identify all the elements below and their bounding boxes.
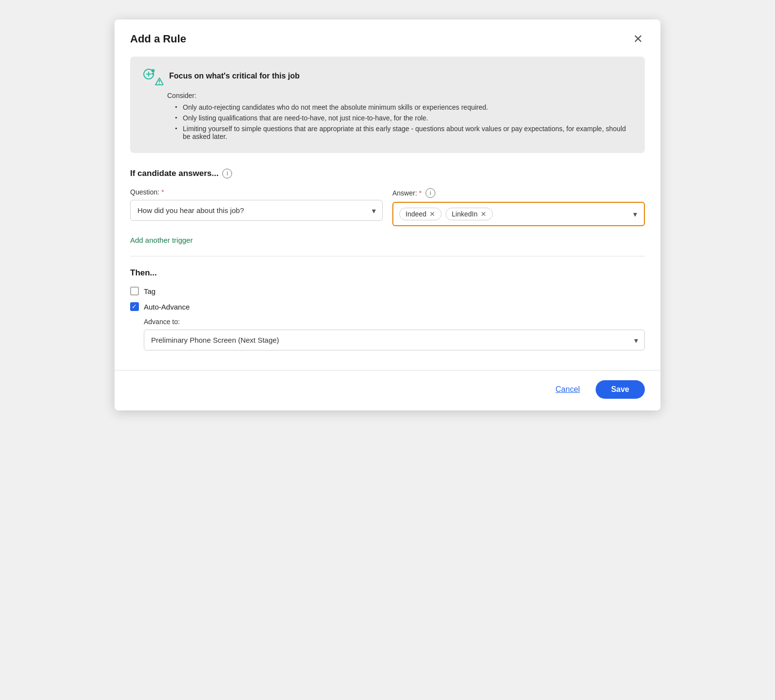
question-group: Question: * How did you hear about this … <box>130 188 383 226</box>
tag-label: Tag <box>144 287 155 295</box>
info-bullet-2: Only listing qualifications that are nee… <box>175 114 633 122</box>
advance-to-inner-wrapper: Preliminary Phone Screen (Next Stage) ▾ <box>144 330 645 350</box>
dialog-title: Add a Rule <box>130 33 186 45</box>
info-box-header: Focus on what's critical for this job <box>142 66 633 86</box>
dialog-footer: Cancel Save <box>115 370 660 410</box>
question-select[interactable]: How did you hear about this job? <box>130 200 383 221</box>
cancel-button[interactable]: Cancel <box>548 381 588 398</box>
tag-remove-indeed[interactable]: ✕ <box>429 211 435 217</box>
info-box-list: Only auto-rejecting candidates who do no… <box>175 103 633 140</box>
svg-rect-6 <box>152 69 155 72</box>
question-answer-row: Question: * How did you hear about this … <box>130 188 645 226</box>
answer-box[interactable]: Indeed ✕ LinkedIn ✕ ▾ <box>392 202 645 226</box>
auto-advance-checkbox-row: Auto-Advance <box>130 302 645 311</box>
advance-to-label: Advance to: <box>144 318 645 326</box>
dialog-header: Add a Rule ✕ <box>115 19 660 57</box>
answer-required-star: * <box>419 189 422 197</box>
answer-info-icon[interactable]: i <box>426 188 435 198</box>
trigger-section-title: If candidate answers... i <box>130 169 645 178</box>
tag-checkbox[interactable] <box>130 287 139 295</box>
auto-advance-label: Auto-Advance <box>144 303 190 311</box>
focus-icon <box>142 66 163 86</box>
tag-label-linkedin: LinkedIn <box>452 210 478 218</box>
svg-point-5 <box>159 83 160 84</box>
info-box: Focus on what's critical for this job Co… <box>130 57 645 153</box>
info-box-title: Focus on what's critical for this job <box>169 72 300 80</box>
question-label: Question: * <box>130 188 383 196</box>
answer-label: Answer: * i <box>392 188 645 198</box>
tag-label-indeed: Indeed <box>406 210 426 218</box>
close-button[interactable]: ✕ <box>631 31 645 47</box>
tag-remove-linkedin[interactable]: ✕ <box>481 211 486 217</box>
auto-advance-checkbox[interactable] <box>130 302 139 311</box>
dialog-body: Focus on what's critical for this job Co… <box>115 57 660 362</box>
section-divider <box>130 256 645 256</box>
info-bullet-1: Only auto-rejecting candidates who do no… <box>175 103 633 111</box>
close-icon: ✕ <box>633 33 643 45</box>
advance-to-select-wrapper: Preliminary Phone Screen (Next Stage) ▾ <box>144 330 645 350</box>
add-trigger-button[interactable]: Add another trigger <box>130 236 193 244</box>
info-box-consider: Consider: <box>167 92 633 99</box>
question-select-wrapper: How did you hear about this job? ▾ <box>130 200 383 221</box>
tag-chip-linkedin: LinkedIn ✕ <box>446 208 493 220</box>
tag-checkbox-row: Tag <box>130 287 645 295</box>
answer-input[interactable] <box>497 210 638 218</box>
svg-rect-7 <box>152 73 153 75</box>
then-section-title: Then... <box>130 268 645 278</box>
info-bullet-3: Limiting yourself to simple questions th… <box>175 125 633 140</box>
save-button[interactable]: Save <box>596 380 645 399</box>
add-rule-dialog: Add a Rule ✕ <box>115 19 660 410</box>
question-required-star: * <box>161 188 164 196</box>
trigger-info-icon[interactable]: i <box>222 169 232 178</box>
tag-chip-indeed: Indeed ✕ <box>399 208 442 220</box>
advance-to-select[interactable]: Preliminary Phone Screen (Next Stage) <box>144 330 645 350</box>
answer-group: Answer: * i Indeed ✕ LinkedIn ✕ ▾ <box>392 188 645 226</box>
